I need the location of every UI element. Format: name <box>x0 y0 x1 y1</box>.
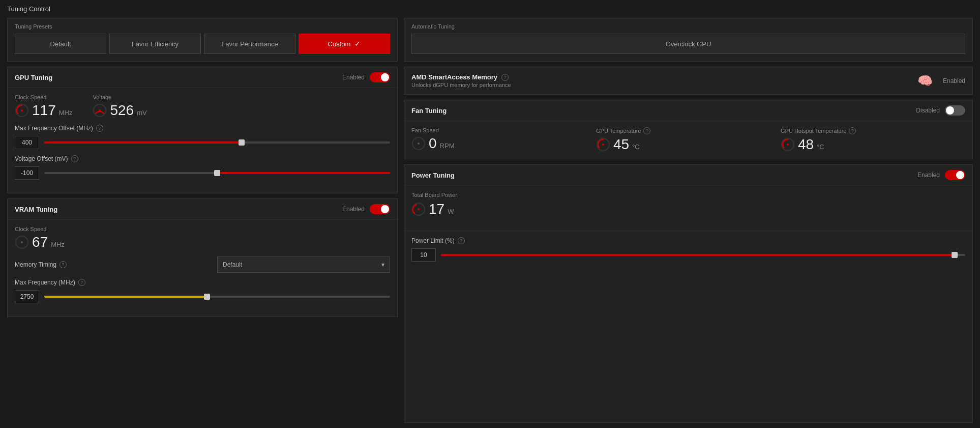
vram-tuning-title: VRAM Tuning <box>15 206 57 213</box>
gpu-sliders-section: Max Frequency Offset (MHz) ? 400 <box>8 125 397 193</box>
svg-point-1 <box>21 109 23 111</box>
svg-point-9 <box>602 144 604 146</box>
vram-max-freq-label: Max Frequency (MHz) <box>15 279 75 286</box>
gpu-temp-help-icon[interactable]: ? <box>643 127 650 134</box>
vram-max-freq-value-box: 2750 <box>15 290 39 303</box>
gpu-voltage-gauge-icon <box>93 103 107 118</box>
max-freq-slider-row: Max Frequency Offset (MHz) ? 400 <box>15 125 390 149</box>
voltage-offset-slider-row: Voltage Offset (mV) ? -100 <box>15 155 390 180</box>
gpu-hotspot-value: 48 <box>798 136 814 153</box>
gpu-temp-value: 45 <box>613 136 629 153</box>
total-board-power-unit: W <box>448 208 454 215</box>
fan-speed-value: 0 <box>429 135 437 152</box>
gpu-hotspot-gauge-icon <box>781 137 795 152</box>
fan-speed-metric: Fan Speed 0 RPM <box>411 127 596 153</box>
presets-label: Tuning Presets <box>15 23 390 30</box>
memory-timing-help-icon[interactable]: ? <box>60 261 67 268</box>
voltage-offset-label: Voltage Offset (mV) <box>15 155 68 162</box>
fan-tuning-title: Fan Tuning <box>411 107 447 115</box>
vram-tuning-header: VRAM Tuning Enabled <box>8 199 397 220</box>
vram-tuning-card: VRAM Tuning Enabled Clock Speed <box>7 198 398 317</box>
gpu-tuning-title: GPU Tuning <box>15 74 52 81</box>
gpu-clock-label: Clock Speed <box>15 94 72 100</box>
voltage-offset-help-icon[interactable]: ? <box>71 155 78 162</box>
vram-clock-gauge-icon <box>15 235 29 249</box>
max-freq-slider[interactable] <box>44 141 390 144</box>
gpu-tuning-header-right: Enabled <box>342 72 390 82</box>
vram-tuning-toggle[interactable] <box>370 204 390 214</box>
gpu-metrics-row: Clock Speed 117 MHz Voltage <box>8 88 397 125</box>
gpu-clock-speed-metric: Clock Speed 117 MHz <box>15 94 72 119</box>
max-freq-help-icon[interactable]: ? <box>96 125 103 132</box>
gpu-voltage-metric: Voltage 526 mV <box>93 94 146 119</box>
svg-point-11 <box>787 144 789 146</box>
vram-metrics-row: Clock Speed 67 MHz <box>8 220 397 256</box>
vram-max-freq-slider-row: Max Frequency (MHz) ? 2750 <box>15 279 390 303</box>
gpu-tuning-header: GPU Tuning Enabled <box>8 67 397 88</box>
vram-clock-speed-metric: Clock Speed 67 MHz <box>15 226 65 250</box>
power-limit-slider[interactable] <box>441 254 965 256</box>
svg-point-3 <box>99 109 101 111</box>
gpu-hotspot-help-icon[interactable]: ? <box>849 127 856 134</box>
gpu-hotspot-label: GPU Hotspot Temperature <box>781 128 846 134</box>
power-limit-help-icon[interactable]: ? <box>458 237 465 244</box>
gpu-hotspot-metric: GPU Hotspot Temperature ? 48 °C <box>781 127 965 153</box>
svg-point-7 <box>418 142 420 145</box>
preset-custom[interactable]: Custom ✓ <box>299 34 390 54</box>
vram-enabled-label: Enabled <box>342 206 365 213</box>
gpu-tuning-card: GPU Tuning Enabled Clock Speed <box>7 67 398 193</box>
gpu-temp-label: GPU Temperature <box>596 128 641 134</box>
power-tuning-title: Power Tuning <box>411 172 455 179</box>
vram-clock-label: Clock Speed <box>15 226 65 232</box>
sam-section: AMD SmartAccess Memory ? Unlocks dGPU me… <box>404 67 973 95</box>
total-board-power-metric: Total Board Power 17 W <box>411 192 965 217</box>
gpu-voltage-value: 526 <box>110 102 134 119</box>
power-tuning-toggle[interactable] <box>945 170 965 180</box>
overclock-gpu-button[interactable]: Overclock GPU <box>411 34 965 54</box>
fan-tuning-section: Fan Tuning Disabled Fan Speed <box>404 100 973 159</box>
fan-speed-gauge-icon <box>411 136 426 151</box>
gpu-voltage-label: Voltage <box>93 94 146 100</box>
power-tuning-section: Power Tuning Enabled Total Board Power <box>404 164 973 423</box>
auto-tuning-label: Automatic Tuning <box>411 23 965 30</box>
gpu-clock-unit: MHz <box>59 109 73 117</box>
memory-timing-value: Default <box>223 261 242 268</box>
svg-point-5 <box>21 241 23 243</box>
total-board-power-label: Total Board Power <box>411 192 965 198</box>
sam-help-icon[interactable]: ? <box>501 74 509 81</box>
brain-icon: 🧠 <box>917 74 933 88</box>
gpu-clock-gauge-icon <box>15 103 29 118</box>
power-slider-section: Power Limit (%) ? 10 <box>404 237 972 269</box>
vram-sliders-section: Max Frequency (MHz) ? 2750 <box>8 279 397 317</box>
vram-clock-unit: MHz <box>51 241 65 248</box>
voltage-offset-slider[interactable] <box>44 172 390 174</box>
power-enabled-label: Enabled <box>917 172 940 179</box>
memory-timing-label: Memory Timing <box>15 261 56 268</box>
max-freq-value-box: 400 <box>15 136 39 149</box>
fan-disabled-label: Disabled <box>916 107 940 114</box>
total-power-gauge-icon <box>411 202 426 216</box>
vram-tuning-header-right: Enabled <box>342 204 390 214</box>
preset-favor-performance[interactable]: Favor Performance <box>204 34 295 54</box>
preset-default[interactable]: Default <box>15 34 106 54</box>
page-title: Tuning Control <box>7 5 973 13</box>
auto-tuning-section: Automatic Tuning Overclock GPU <box>404 18 973 62</box>
power-content: Total Board Power 17 W <box>404 186 972 231</box>
gpu-tuning-toggle[interactable] <box>370 72 390 82</box>
fan-tuning-toggle[interactable] <box>945 105 965 116</box>
memory-timing-dropdown[interactable]: Default ▾ <box>217 256 390 273</box>
power-limit-value-box: 10 <box>411 248 436 262</box>
chevron-down-icon: ▾ <box>381 261 384 268</box>
voltage-offset-value-box: -100 <box>15 166 39 180</box>
vram-max-freq-slider[interactable] <box>44 296 390 298</box>
check-icon: ✓ <box>354 40 361 48</box>
vram-clock-value: 67 <box>32 234 48 250</box>
total-board-power-value: 17 <box>429 201 444 217</box>
preset-favor-efficiency[interactable]: Favor Efficiency <box>109 34 201 54</box>
sam-subtitle: Unlocks dGPU memory for performance <box>411 82 511 88</box>
fan-speed-unit: RPM <box>440 142 455 150</box>
svg-point-13 <box>418 208 420 210</box>
gpu-temp-gauge-icon <box>596 137 610 152</box>
presets-row: Default Favor Efficiency Favor Performan… <box>15 34 390 54</box>
vram-max-freq-help-icon[interactable]: ? <box>78 279 85 286</box>
